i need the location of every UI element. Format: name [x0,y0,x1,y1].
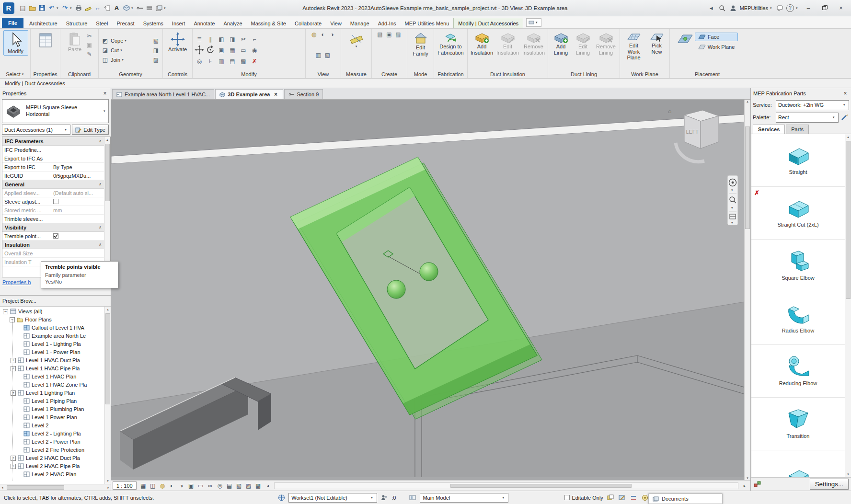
tree-item-view[interactable]: Level 2 [0,422,111,430]
aligned-dimension-icon[interactable]: ↔ [93,3,102,12]
design-option-dropdown[interactable]: Main Model▾ [420,493,508,503]
expand-box-icon[interactable]: + [11,366,16,371]
analytical-model-icon[interactable]: ▨ [244,481,253,490]
close-icon[interactable]: × [102,90,108,97]
tab-mep-utilities[interactable]: MEP Utilities Menu [401,18,454,28]
tab-steel[interactable]: Steel [92,18,112,28]
redo-icon[interactable]: ↷ [60,3,69,12]
cope-button[interactable]: ◩Cope▾▧ [100,36,161,46]
expand-box-icon[interactable]: + [11,358,16,363]
property-row[interactable]: IFC Predefine... [2,146,104,154]
open-icon[interactable] [28,3,37,12]
properties-header[interactable]: Properties × [0,88,111,99]
editable-only-checkbox[interactable]: Editable Only [564,495,603,501]
file-menu-icon[interactable]: ▤ [18,3,27,12]
tool-options-dropdown[interactable]: ▾ [526,18,541,27]
panel-label-geometry[interactable]: Geometry [100,70,161,78]
placement-work-plane-option[interactable]: Work Plane [695,43,738,51]
canvas-hscrollbar[interactable] [274,482,738,489]
tree-item-view[interactable]: Level 1 HVAC Zone Pla [0,381,111,389]
constraints-icon[interactable]: ▩ [254,481,263,490]
tab-precast[interactable]: Precast [112,18,138,28]
expand-box-icon[interactable]: + [11,390,16,396]
panel-label-modify[interactable]: Modify [194,70,304,78]
workset-dropdown[interactable]: Workset1 (Not Editable)▾ [288,493,377,503]
user-dropdown-icon[interactable]: ▾ [770,6,773,10]
part-item-reducing-elbow[interactable]: Reducing Elbow [751,345,845,398]
redo-dropdown-icon[interactable]: ▾ [70,6,73,10]
copy-icon[interactable]: ▣ [218,46,226,55]
panel-label-fabrication[interactable]: Fabrication [436,70,466,78]
apply-coping-icon[interactable]: ▧ [152,37,160,45]
pin-icon[interactable]: ◉ [251,46,259,55]
default-3d-view-icon[interactable] [122,3,131,12]
group-ifc-parameters[interactable]: IFC Parameters∧ [2,137,104,146]
panel-label-create[interactable]: Create [373,70,405,78]
tree-item-view[interactable]: Level 1 - Power Plan [0,348,111,356]
unpin-icon[interactable]: ◎ [196,57,204,66]
scrollbar-thumb[interactable] [105,144,110,201]
edit-insulation-button[interactable]: Edit Insulation [495,30,520,57]
scroll-up-icon[interactable]: ▴ [747,100,748,103]
panel-label-controls[interactable]: Controls [164,70,191,78]
thin-lines-icon[interactable] [145,3,154,12]
reveal-constraints-icon[interactable] [629,493,638,502]
paint-icon[interactable]: ◨ [152,46,160,55]
tree-item-view[interactable]: Level 1 HVAC Plan [0,373,111,381]
tab-manage[interactable]: Manage [346,18,374,28]
displace-icon[interactable]: ▧ [323,51,332,59]
temporary-view-properties-icon[interactable]: ▧ [235,481,243,490]
revit-logo[interactable]: R [3,2,14,14]
group-insulation[interactable]: Insulation∧ [2,241,104,249]
panel-label-work-plane[interactable]: Work Plane [621,70,668,78]
signed-in-user[interactable]: MEPUtilities [740,5,768,11]
viewcube-face-label[interactable]: LEFT [686,129,699,135]
tree-item-view[interactable]: Level 2 - Power Plan [0,438,111,446]
tab-massing-site[interactable]: Massing & Site [247,18,290,28]
group-visibility[interactable]: Visibility∧ [2,223,104,232]
align-icon[interactable]: ≣ [196,35,204,44]
undo-dropdown-icon[interactable]: ▾ [57,6,60,10]
property-row[interactable]: Applied sleev...(Default auto si... [2,189,104,197]
temporary-hide-icon[interactable]: ∞ [206,481,215,490]
scroll-down-icon[interactable]: ▾ [847,471,849,477]
search-icon[interactable] [718,3,727,12]
tree-root-views[interactable]: − Views (all) [0,308,111,316]
scroll-right-icon[interactable]: ▸ [106,486,111,490]
restore-button[interactable] [817,2,832,14]
tree-item-view[interactable]: +Level 2 HVAC Pipe Pla [0,462,111,470]
undo-icon[interactable]: ↶ [47,3,56,12]
edit-lining-button[interactable]: Edit Lining [573,30,594,57]
tab-systems[interactable]: Systems [139,18,168,28]
tree-item-view[interactable]: Level 1 Power Plan [0,413,111,422]
browser-scrollbar[interactable]: ▴ ▾ [104,307,111,484]
properties-scrollbar[interactable]: ▴ ▾ [104,137,110,277]
chevron-down-icon[interactable]: ▾ [104,109,107,113]
mirror-pick-icon[interactable]: ◨ [229,35,237,44]
exclude-options-icon[interactable] [606,493,615,502]
rotate-button[interactable] [206,45,215,56]
create-group-icon[interactable]: ▣ [385,30,393,38]
view-lightbulb-icon[interactable]: ◍ [310,30,318,38]
property-row[interactable]: Stored metric ...mm [2,206,104,215]
move-button[interactable] [195,45,204,56]
tab-annotate[interactable]: Annotate [189,18,219,28]
tab-services[interactable]: Services [753,125,785,134]
drag-control-sphere[interactable] [420,263,438,281]
checkbox-unchecked[interactable] [564,495,570,500]
model-viewport[interactable]: ⌂ LEFT ▾ [111,100,750,480]
tab-insert[interactable]: Insert [168,18,190,28]
close-view-icon[interactable]: × [272,91,279,98]
create-similar-icon[interactable]: ▨ [394,30,402,38]
palette-settings-icon[interactable] [840,113,849,122]
switch-windows-icon[interactable] [154,3,163,12]
chevron-down-icon[interactable]: ▾ [731,188,733,192]
notification-icon[interactable] [775,3,784,12]
panel-label-duct-insulation[interactable]: Duct Insulation [469,70,546,78]
worksharing-display-icon[interactable]: ▤ [225,481,234,490]
crop-view-icon[interactable]: ▣ [187,481,196,490]
property-row[interactable]: Tremble point... [2,232,104,241]
tree-item-view[interactable]: Example area North Le [0,332,111,340]
placement-face-option[interactable]: Face [695,33,738,41]
close-button[interactable]: × [834,2,848,14]
